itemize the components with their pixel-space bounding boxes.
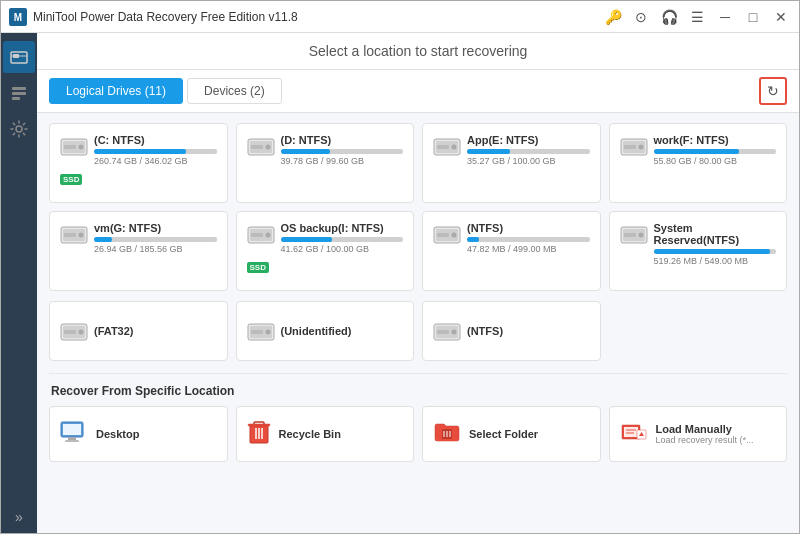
drives-scroll-area[interactable]: (C: NTFS) 260.74 GB / 346.02 GB SSD: [37, 113, 799, 533]
location-load[interactable]: Load Manually Load recovery result (*...: [609, 406, 788, 462]
drive-card-e[interactable]: App(E: NTFS) 35.27 GB / 100.00 GB: [422, 123, 601, 203]
key-icon[interactable]: 🔑: [603, 7, 623, 27]
svg-point-47: [265, 329, 270, 334]
location-desktop[interactable]: Desktop: [49, 406, 228, 462]
svg-rect-12: [64, 145, 76, 149]
drive-name-unidentified: (Unidentified): [281, 325, 352, 337]
main-layout: » Select a location to start recovering …: [1, 33, 799, 533]
svg-rect-56: [65, 440, 79, 442]
drive-size-g: 26.94 GB / 185.56 GB: [94, 244, 217, 254]
location-grid: Desktop: [49, 406, 787, 462]
drive-card-unidentified[interactable]: (Unidentified): [236, 301, 415, 361]
drive-info-f: work(F: NTFS) 55.80 GB / 80.00 GB: [654, 134, 777, 166]
drive-card-ntfs2[interactable]: (NTFS): [422, 301, 601, 361]
load-sublabel: Load recovery result (*...: [656, 435, 754, 445]
sidebar-expand[interactable]: »: [15, 509, 23, 525]
folder-text: Select Folder: [469, 428, 538, 440]
svg-rect-36: [437, 233, 449, 237]
folder-label: Select Folder: [469, 428, 538, 440]
drive-card-g[interactable]: vm(G: NTFS) 26.94 GB / 185.56 GB: [49, 211, 228, 291]
maximize-button[interactable]: □: [743, 7, 763, 27]
svg-point-43: [79, 329, 84, 334]
window-controls: 🔑 ⊙ 🎧 ☰ ─ □ ✕: [603, 7, 791, 27]
refresh-button[interactable]: ↻: [759, 77, 787, 105]
minimize-button[interactable]: ─: [715, 7, 735, 27]
refresh-icon: ↻: [767, 83, 779, 99]
recycle-text: Recycle Bin: [279, 428, 341, 440]
load-label: Load Manually: [656, 423, 754, 435]
drive-info-d: (D: NTFS) 39.78 GB / 99.60 GB: [281, 134, 404, 166]
svg-rect-6: [12, 92, 26, 95]
svg-point-35: [452, 233, 457, 238]
drive-name-f: work(F: NTFS): [654, 134, 777, 146]
drive-name-e: App(E: NTFS): [467, 134, 590, 146]
svg-rect-58: [248, 424, 270, 426]
menu-icon[interactable]: ☰: [687, 7, 707, 27]
titlebar: M MiniTool Power Data Recovery Free Edit…: [1, 1, 799, 33]
drive-grid: (C: NTFS) 260.74 GB / 346.02 GB SSD: [49, 123, 787, 291]
tab-devices[interactable]: Devices (2): [187, 78, 282, 104]
hdd-icon-c: [60, 136, 88, 161]
svg-point-51: [452, 329, 457, 334]
drive-info-i: OS backup(I: NTFS) 41.62 GB / 100.00 GB: [281, 222, 404, 254]
drive-info-c: (C: NTFS) 260.74 GB / 346.02 GB: [94, 134, 217, 166]
content-area: Select a location to start recovering Lo…: [37, 33, 799, 533]
svg-rect-54: [63, 424, 81, 435]
sidebar-item-recover[interactable]: [3, 41, 35, 73]
svg-point-27: [79, 233, 84, 238]
drive-card-sysres[interactable]: System Reserved(NTFS) 519.26 MB / 549.00…: [609, 211, 788, 291]
tab-logical-drives[interactable]: Logical Drives (11): [49, 78, 183, 104]
settings-icon[interactable]: ⊙: [631, 7, 651, 27]
sidebar: »: [1, 33, 37, 533]
svg-point-19: [452, 145, 457, 150]
drive-name-sysres: System Reserved(NTFS): [654, 222, 777, 246]
sidebar-item-tools[interactable]: [3, 77, 35, 109]
close-button[interactable]: ✕: [771, 7, 791, 27]
location-recycle[interactable]: Recycle Bin: [236, 406, 415, 462]
svg-rect-68: [624, 427, 638, 437]
app-title: MiniTool Power Data Recovery Free Editio…: [33, 10, 603, 24]
drive-card-d[interactable]: (D: NTFS) 39.78 GB / 99.60 GB: [236, 123, 415, 203]
drive-size-e: 35.27 GB / 100.00 GB: [467, 156, 590, 166]
svg-rect-48: [251, 330, 263, 334]
tab-bar: Logical Drives (11) Devices (2) ↻: [37, 70, 799, 113]
simple-drive-grid: (FAT32) (Unidentified): [49, 301, 787, 361]
svg-rect-5: [12, 87, 26, 90]
content-header: Select a location to start recovering: [37, 33, 799, 70]
drive-name-c: (C: NTFS): [94, 134, 217, 146]
drive-card-i[interactable]: OS backup(I: NTFS) 41.62 GB / 100.00 GB …: [236, 211, 415, 291]
section-title: Recover From Specific Location: [49, 384, 787, 398]
drive-card-c[interactable]: (C: NTFS) 260.74 GB / 346.02 GB SSD: [49, 123, 228, 203]
headset-icon[interactable]: 🎧: [659, 7, 679, 27]
drive-card-fat32[interactable]: (FAT32): [49, 301, 228, 361]
ssd-badge-i: SSD: [247, 262, 269, 273]
svg-rect-7: [12, 97, 20, 100]
drive-name-ntfs1: (NTFS): [467, 222, 590, 234]
svg-rect-55: [68, 437, 76, 440]
svg-point-39: [638, 233, 643, 238]
svg-rect-24: [624, 145, 636, 149]
hdd-icon-ntfs1: [433, 224, 461, 249]
drive-size-f: 55.80 GB / 80.00 GB: [654, 156, 777, 166]
hdd-icon-unidentified: [247, 321, 275, 346]
load-text: Load Manually Load recovery result (*...: [656, 423, 754, 445]
location-folder[interactable]: Select Folder: [422, 406, 601, 462]
svg-rect-52: [437, 330, 449, 334]
drive-name-i: OS backup(I: NTFS): [281, 222, 404, 234]
hdd-icon-d: [247, 136, 275, 161]
svg-rect-32: [251, 233, 263, 237]
svg-rect-20: [437, 145, 449, 149]
svg-rect-16: [251, 145, 263, 149]
sidebar-item-settings[interactable]: [3, 113, 35, 145]
drive-card-f[interactable]: work(F: NTFS) 55.80 GB / 80.00 GB: [609, 123, 788, 203]
hdd-icon-ntfs2: [433, 321, 461, 346]
drive-name-fat32: (FAT32): [94, 325, 134, 337]
desktop-text: Desktop: [96, 428, 139, 440]
app-window: M MiniTool Power Data Recovery Free Edit…: [0, 0, 800, 534]
folder-icon: [433, 420, 461, 449]
desktop-label: Desktop: [96, 428, 139, 440]
app-logo: M: [9, 8, 27, 26]
drive-size-ntfs1: 47.82 MB / 499.00 MB: [467, 244, 590, 254]
svg-point-15: [265, 145, 270, 150]
drive-card-ntfs1[interactable]: (NTFS) 47.82 MB / 499.00 MB: [422, 211, 601, 291]
